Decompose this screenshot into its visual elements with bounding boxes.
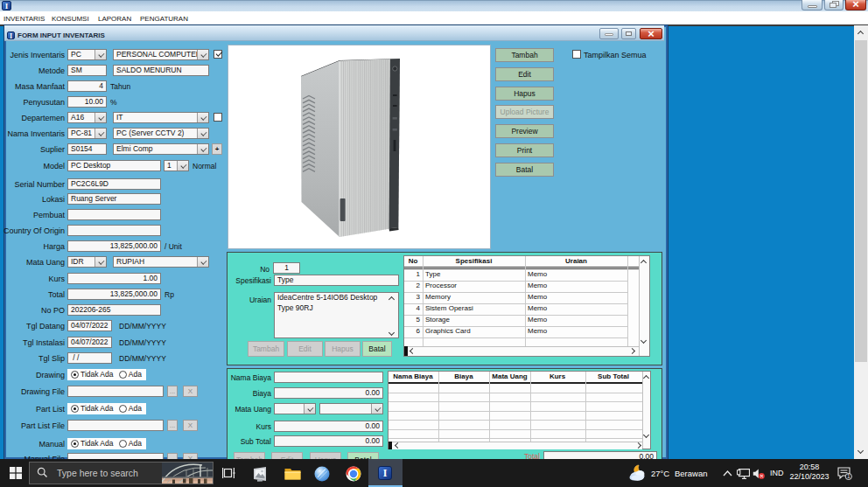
svg-text:1: 1 xyxy=(847,473,850,479)
